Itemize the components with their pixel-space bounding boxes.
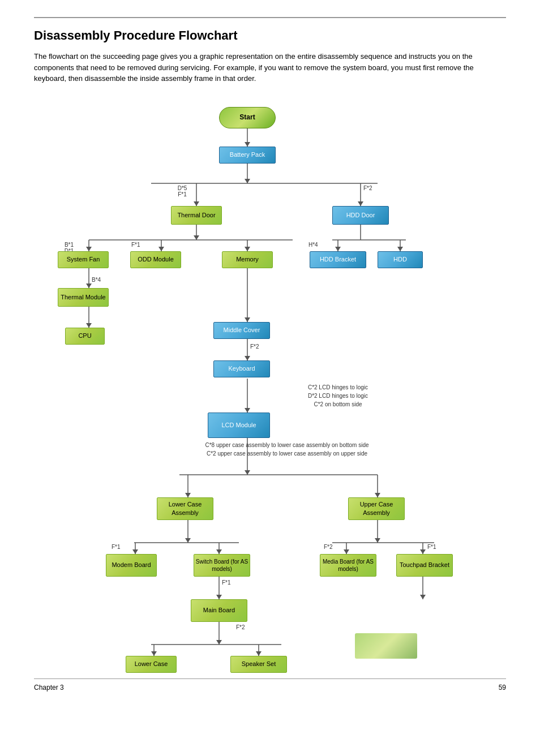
label-f2-speaker: F*2	[236, 624, 245, 630]
svg-marker-56	[256, 651, 262, 656]
svg-marker-42	[185, 538, 191, 543]
svg-marker-54	[151, 651, 157, 656]
footer-right: 59	[499, 684, 506, 691]
media-board-node: Media Board (for AS models)	[320, 554, 376, 577]
label-f1-odd: F*1	[131, 242, 140, 248]
thermal-door-node: Thermal Door	[171, 206, 222, 225]
svg-marker-6	[194, 201, 199, 206]
middle-cover-node: Middle Cover	[213, 322, 270, 339]
svg-marker-8	[358, 201, 363, 206]
footer-left: Chapter 3	[34, 684, 64, 691]
label-h4: H*4	[308, 242, 318, 248]
keyboard-node: Keyboard	[213, 360, 270, 377]
svg-marker-51	[216, 640, 222, 645]
bottom-border	[34, 678, 506, 679]
svg-marker-45	[132, 549, 138, 554]
hdd-door-node: HDD Door	[332, 206, 389, 225]
description-text: The flowchart on the succeeding page giv…	[34, 51, 498, 84]
label-lcd-hints: C*2 LCD hinges to logicD*2 LCD hinges to…	[259, 383, 417, 409]
svg-marker-38	[185, 493, 191, 497]
footer: Chapter 3 59	[34, 684, 506, 691]
label-f2-keyboard: F*2	[250, 343, 259, 350]
svg-marker-47	[216, 549, 222, 554]
svg-marker-13	[86, 247, 92, 251]
switch-board-node: Switch Board (for AS models)	[194, 554, 250, 577]
svg-marker-49	[216, 595, 222, 599]
label-assembly-hints: C*8 upper case assembly to lower case as…	[168, 441, 406, 458]
thermal-module-node: Thermal Module	[58, 288, 109, 307]
memory-node: Memory	[222, 251, 273, 268]
label-d5f1: D*5F*1	[168, 185, 196, 197]
label-f2-hdd: F*2	[363, 185, 372, 191]
start-node: Start	[219, 107, 276, 128]
label-f1-touchpad: F*1	[427, 544, 436, 550]
svg-marker-29	[245, 317, 250, 322]
modem-board-node: Modem Board	[106, 554, 157, 577]
decoration-shape	[355, 633, 417, 659]
svg-marker-10	[194, 235, 199, 240]
svg-marker-21	[335, 247, 341, 251]
flowchart: Start Battery Pack D*5F*1 F*2 Thermal Do…	[38, 101, 502, 656]
svg-marker-33	[245, 408, 250, 413]
svg-marker-58	[375, 538, 380, 543]
svg-marker-25	[86, 284, 92, 288]
hdd-node: HDD	[378, 251, 423, 268]
battery-pack-node: Battery Pack	[219, 147, 276, 164]
svg-marker-23	[397, 247, 403, 251]
lower-case-assembly-node: Lower Case Assembly	[157, 497, 213, 520]
touchpad-bracket-node: Touchpad Bracket	[396, 554, 453, 577]
speaker-set-node: Speaker Set	[230, 656, 287, 673]
svg-marker-35	[245, 470, 250, 475]
lower-case-node: Lower Case	[126, 656, 177, 673]
page-title: Disassembly Procedure Flowchart	[34, 28, 506, 43]
label-f1-modem: F*1	[112, 544, 121, 550]
svg-marker-3	[245, 179, 250, 183]
svg-marker-65	[420, 595, 426, 599]
svg-marker-31	[245, 356, 250, 360]
svg-marker-63	[420, 549, 426, 554]
upper-case-assembly-node: Upper Case Assembly	[348, 497, 405, 520]
svg-marker-27	[86, 323, 92, 328]
page: Disassembly Procedure Flowchart The flow…	[0, 0, 540, 756]
svg-marker-15	[158, 247, 164, 251]
svg-marker-1	[245, 142, 250, 147]
svg-marker-17	[245, 247, 250, 251]
system-fan-node: System Fan	[58, 251, 109, 268]
label-f1-main: F*1	[222, 579, 231, 586]
svg-marker-61	[344, 549, 349, 554]
hdd-bracket-node: HDD Bracket	[310, 251, 366, 268]
label-b4: B*4	[92, 277, 101, 283]
odd-module-node: ODD Module	[130, 251, 181, 268]
main-board-node: Main Board	[191, 599, 247, 622]
cpu-node: CPU	[65, 328, 105, 345]
top-border	[34, 17, 506, 18]
label-f2-media: F*2	[324, 544, 333, 550]
svg-marker-40	[375, 493, 380, 497]
lcd-module-node: LCD Module	[208, 413, 270, 438]
